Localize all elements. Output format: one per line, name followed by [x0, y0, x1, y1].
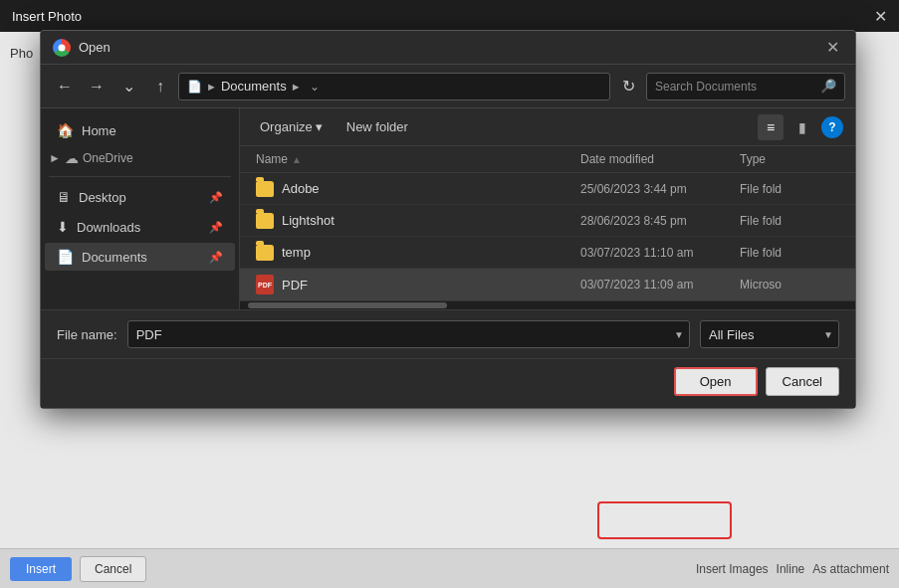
- filename-input-wrap: ▼: [127, 320, 690, 348]
- file-row-adobe[interactable]: Adobe 25/06/2023 3:44 pm File fold: [240, 173, 855, 205]
- downloads-icon: ⬇: [57, 219, 69, 235]
- filename-bar: File name: ▼ All Files Image Files PDF F…: [41, 309, 855, 358]
- onedrive-icon: ☁: [65, 150, 79, 166]
- pin-icon-downloads: 📌: [209, 221, 223, 234]
- folder-icon-adobe: [256, 181, 274, 197]
- dialog-actions: Open Cancel: [41, 358, 855, 408]
- refresh-icon: ↻: [622, 77, 635, 96]
- photo-label: Pho: [10, 42, 33, 65]
- horizontal-scrollbar[interactable]: [240, 301, 855, 309]
- path-file-icon: 📄: [187, 80, 202, 94]
- sidebar-documents-label: Documents: [82, 250, 147, 265]
- expand-icon: ►: [49, 151, 61, 165]
- dialog-title-area: Open: [53, 39, 822, 57]
- type-header-label: Type: [740, 152, 766, 166]
- forward-icon: →: [89, 78, 105, 96]
- new-folder-button[interactable]: New folder: [338, 115, 416, 138]
- insert-button[interactable]: Insert: [10, 557, 72, 581]
- file-name-adobe: Adobe: [256, 181, 580, 197]
- sidebar-item-documents[interactable]: 📄 Documents 📌: [45, 243, 235, 271]
- path-chevron-icon: ►: [291, 81, 302, 93]
- sort-arrow: ▲: [292, 154, 302, 165]
- dialog-body: 🏠 Home ► ☁ OneDrive 🖥 Desktop 📌 ⬇ Downlo…: [41, 108, 855, 309]
- folder-icon-lightshot: [256, 213, 274, 229]
- app-bottom-toolbar: Insert Cancel Insert Images Inline As at…: [0, 548, 899, 588]
- organize-button[interactable]: Organize ▾: [252, 115, 331, 138]
- scroll-thumb[interactable]: [248, 302, 447, 308]
- sidebar: 🏠 Home ► ☁ OneDrive 🖥 Desktop 📌 ⬇ Downlo…: [41, 108, 240, 309]
- date-column-header[interactable]: Date modified: [580, 152, 740, 166]
- search-input[interactable]: [655, 80, 814, 94]
- app-titlebar: Insert Photo ✕: [0, 0, 899, 32]
- dropdown-button[interactable]: ⌄: [114, 73, 142, 100]
- filetype-select[interactable]: All Files Image Files PDF Files: [700, 320, 839, 348]
- insert-images-label: Insert Images: [696, 562, 769, 576]
- type-column-header[interactable]: Type: [740, 152, 839, 166]
- sidebar-desktop-label: Desktop: [79, 190, 126, 205]
- path-dropdown-button[interactable]: ⌄: [310, 80, 320, 94]
- up-button[interactable]: ↑: [146, 73, 174, 100]
- pin-icon-documents: 📌: [209, 251, 223, 264]
- path-separator: ►: [206, 81, 217, 93]
- file-row-temp[interactable]: temp 03/07/2023 11:10 am File fold: [240, 237, 855, 269]
- home-icon: 🏠: [57, 122, 74, 138]
- forward-button[interactable]: →: [83, 73, 111, 100]
- organize-label: Organize: [260, 119, 313, 134]
- path-bar[interactable]: 📄 ► Documents ► ⌄: [178, 73, 610, 100]
- app-title: Insert Photo: [12, 9, 82, 24]
- lightshot-label: Lightshot: [282, 213, 335, 228]
- organize-dropdown-icon: ▾: [316, 119, 323, 134]
- pdf-label: PDF: [282, 278, 308, 293]
- adobe-date: 25/06/2023 3:44 pm: [580, 182, 740, 196]
- open-button[interactable]: Open: [674, 367, 758, 396]
- cancel-button[interactable]: Cancel: [766, 367, 839, 396]
- sidebar-item-downloads[interactable]: ⬇ Downloads 📌: [45, 213, 235, 241]
- list-view-button[interactable]: ≡: [758, 114, 784, 140]
- lightshot-type: File fold: [740, 214, 839, 228]
- details-view-icon: ▮: [798, 119, 806, 135]
- cancel-toolbar-button[interactable]: Cancel: [80, 556, 146, 582]
- file-name-temp: temp: [256, 245, 580, 261]
- pdf-icon: PDF: [256, 275, 274, 294]
- documents-icon: 📄: [57, 249, 74, 265]
- file-name-pdf: PDF PDF: [256, 275, 580, 294]
- sidebar-item-home[interactable]: 🏠 Home: [45, 116, 235, 144]
- file-row-pdf[interactable]: PDF PDF 03/07/2023 11:09 am Microso: [240, 269, 855, 301]
- attachment-label: As attachment: [812, 562, 889, 576]
- sidebar-downloads-label: Downloads: [77, 220, 140, 235]
- back-icon: ←: [57, 78, 73, 96]
- lightshot-date: 28/06/2023 8:45 pm: [580, 214, 740, 228]
- sidebar-onedrive-label: OneDrive: [83, 151, 133, 165]
- temp-date: 03/07/2023 11:10 am: [580, 246, 740, 260]
- sidebar-item-desktop[interactable]: 🖥 Desktop 📌: [45, 183, 235, 211]
- temp-type: File fold: [740, 246, 839, 260]
- filename-input[interactable]: [127, 320, 690, 348]
- adobe-type: File fold: [740, 182, 839, 196]
- chevron-down-icon: ⌄: [122, 77, 135, 96]
- pdf-date: 03/07/2023 11:09 am: [580, 278, 740, 292]
- name-column-header[interactable]: Name ▲: [256, 152, 580, 166]
- temp-label: temp: [282, 245, 311, 260]
- file-row-lightshot[interactable]: Lightshot 28/06/2023 8:45 pm File fold: [240, 205, 855, 237]
- pdf-type: Microso: [740, 278, 839, 292]
- sidebar-home-label: Home: [82, 123, 116, 138]
- file-name-lightshot: Lightshot: [256, 213, 580, 229]
- details-view-button[interactable]: ▮: [789, 114, 815, 140]
- app-close-button[interactable]: ✕: [874, 7, 887, 26]
- dialog-close-button[interactable]: ✕: [822, 38, 843, 57]
- toolbar-right: ≡ ▮ ?: [758, 114, 843, 140]
- help-button[interactable]: ?: [821, 116, 843, 138]
- search-box[interactable]: 🔎: [646, 73, 845, 100]
- pin-icon-desktop: 📌: [209, 191, 223, 204]
- desktop-icon: 🖥: [57, 189, 71, 205]
- back-button[interactable]: ←: [51, 73, 79, 100]
- dialog-title: Open: [79, 40, 111, 55]
- sidebar-onedrive-toggle[interactable]: ► ☁ OneDrive: [41, 146, 239, 170]
- file-toolbar: Organize ▾ New folder ≡ ▮ ?: [240, 108, 855, 146]
- folder-icon-temp: [256, 245, 274, 261]
- filename-label: File name:: [57, 327, 117, 342]
- adobe-label: Adobe: [282, 181, 320, 196]
- path-text: Documents: [221, 79, 287, 94]
- navigation-bar: ← → ⌄ ↑ 📄 ► Documents ► ⌄ ↻ 🔎: [41, 65, 855, 108]
- refresh-button[interactable]: ↻: [614, 73, 642, 100]
